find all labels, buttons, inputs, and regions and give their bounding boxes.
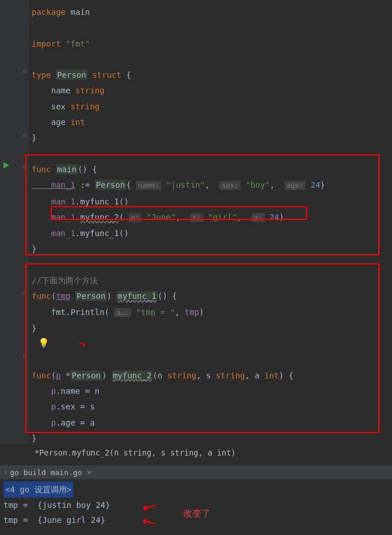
type-ref: Person xyxy=(70,370,102,381)
string: "June" xyxy=(146,213,176,222)
number: 24 xyxy=(269,213,279,222)
variable: man_1 xyxy=(32,197,75,206)
string: "justin" xyxy=(166,180,205,189)
assign: := xyxy=(75,180,95,189)
field: age xyxy=(32,117,70,127)
comma: , xyxy=(237,213,252,222)
args: (n xyxy=(153,371,167,380)
field: sex xyxy=(32,102,70,111)
comment: //下面为两个方法 xyxy=(32,276,98,285)
gutter xyxy=(0,0,29,443)
variable: p xyxy=(51,418,56,427)
brace: { xyxy=(126,180,136,189)
string: "tmp = " xyxy=(136,308,174,317)
variable: man_1 xyxy=(32,229,75,238)
string: "girl" xyxy=(208,213,237,222)
comma: , a xyxy=(245,371,265,380)
brace: { xyxy=(121,70,131,79)
param-hint: age: xyxy=(284,181,306,190)
keyword: func xyxy=(32,165,51,174)
code: fmt.Println( xyxy=(32,308,114,317)
variable: man_1 xyxy=(32,213,75,222)
keyword: import xyxy=(32,39,61,48)
build-tab-label: go build main.go xyxy=(10,468,82,477)
variable: p xyxy=(51,386,56,396)
brace: } xyxy=(32,244,36,253)
string: "fmt" xyxy=(66,39,90,48)
comma: , s xyxy=(196,371,216,380)
func-name: myfunc_1 xyxy=(116,291,157,301)
call: .myfunc_1() xyxy=(75,197,129,206)
param-hint: a…: xyxy=(114,308,131,317)
assign: .sex = s xyxy=(56,402,94,411)
fold-icon[interactable]: ⊟ xyxy=(23,67,27,75)
keyword: func xyxy=(32,291,51,301)
console-output[interactable]: <4 go 设置调用> tmp = {justin boy 24} tmp = … xyxy=(0,479,392,535)
run-icon[interactable] xyxy=(3,162,9,169)
func-name: main xyxy=(56,164,78,174)
param-hint: sex: xyxy=(219,181,241,190)
variable: p xyxy=(51,402,56,411)
type: string xyxy=(75,86,105,95)
param-hint: n: xyxy=(129,213,142,222)
brace: } xyxy=(32,324,36,333)
comma: , xyxy=(176,213,190,222)
brace: } xyxy=(32,434,36,443)
paren: ) { xyxy=(279,371,294,380)
fold-icon[interactable]: ⊟ xyxy=(23,163,27,170)
console-line: tmp = {justin boy 24} xyxy=(3,500,110,510)
receiver: tmp xyxy=(56,291,70,301)
type-ref: Person xyxy=(95,180,127,190)
paren: ) xyxy=(102,371,112,380)
paren: ( xyxy=(119,213,129,222)
string: "boy" xyxy=(246,180,270,189)
rerun-icon[interactable]: ↓ xyxy=(3,468,7,476)
identifier: main xyxy=(70,7,90,17)
type: int xyxy=(264,371,279,380)
quick-doc: *Person.myfunc_2(n string, s string, a i… xyxy=(35,448,236,457)
paren: () { xyxy=(78,165,97,174)
assign: .age = a xyxy=(56,418,94,427)
type: int xyxy=(70,117,85,127)
keyword: type xyxy=(32,70,51,79)
space xyxy=(70,291,75,301)
code-editor[interactable]: package main import "fmt" type Person st… xyxy=(32,5,325,446)
build-tab[interactable]: ↓ go build main.go × xyxy=(0,465,392,479)
indent xyxy=(32,386,51,396)
type: string xyxy=(70,102,100,111)
star: * xyxy=(61,371,71,380)
variable: tmp xyxy=(185,308,199,317)
func-name: myfunc_2 xyxy=(112,370,153,381)
indent xyxy=(32,418,51,427)
brace: } xyxy=(32,133,36,142)
close-icon[interactable]: × xyxy=(86,468,91,477)
fold-icon[interactable]: ⊟ xyxy=(23,289,27,297)
paren: () { xyxy=(158,291,177,301)
assign: .name = n xyxy=(56,386,100,396)
type: string xyxy=(216,371,245,380)
indent xyxy=(32,402,51,411)
fold-icon[interactable]: ⊟ xyxy=(23,131,27,139)
paren: ( xyxy=(51,371,56,380)
paren: ) xyxy=(106,291,116,301)
receiver: p xyxy=(56,371,60,380)
call: .myfunc_1() xyxy=(75,229,129,238)
comma: , xyxy=(205,180,219,189)
paren: ) xyxy=(279,213,284,222)
paren: ) xyxy=(199,308,204,317)
fold-icon[interactable]: ⊟ xyxy=(23,352,27,359)
paren: ( xyxy=(51,291,56,301)
brace: } xyxy=(320,180,325,189)
field: name xyxy=(32,86,75,95)
keyword: struct xyxy=(92,70,121,79)
param-hint: name: xyxy=(136,181,161,190)
variable: man_1 xyxy=(32,180,75,189)
param-hint: a: xyxy=(252,213,264,222)
number: 24 xyxy=(310,180,320,189)
type-name: Person xyxy=(56,70,87,80)
keyword: func xyxy=(32,371,51,380)
func-call: myfunc_2 xyxy=(80,213,119,222)
keyword: package xyxy=(32,7,66,17)
bulb-icon[interactable]: 💡 xyxy=(38,337,50,348)
type-ref: Person xyxy=(75,291,107,301)
